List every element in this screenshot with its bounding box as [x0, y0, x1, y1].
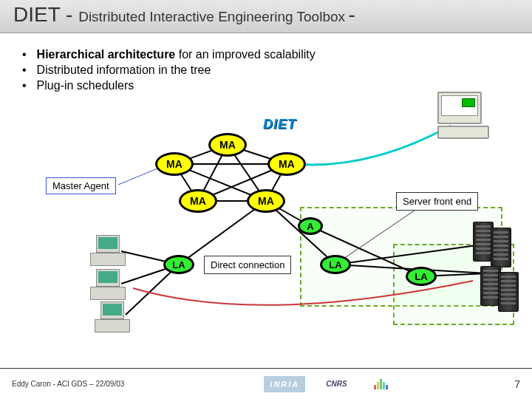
- cnrs-logo-icon: CNRS: [320, 376, 352, 392]
- page-number: 7: [498, 378, 520, 390]
- bullet-2: Distributed information in the tree: [19, 64, 513, 77]
- bullet-list: Hierarchical architecture for an improve…: [19, 48, 513, 92]
- title-main: DIET -: [13, 3, 78, 26]
- bullet-1: Hierarchical architecture for an improve…: [19, 48, 513, 61]
- server-front-end-label: Server front end: [396, 192, 478, 211]
- bullet-1-rest: for an improved scalability: [175, 48, 315, 61]
- direct-connection-label: Direct connection: [204, 256, 291, 274]
- bullet-1-bold: Hierarchical architecture: [37, 48, 176, 61]
- bullet-3-rest: Plug-in schedulers: [37, 79, 134, 92]
- diet-logo-icon: DIET: [263, 117, 296, 132]
- footer: Eddy Caron - ACI GDS – 22/09/03 INRIA CN…: [0, 368, 532, 399]
- partner-logo-icon: [368, 376, 394, 392]
- title-trail: -: [348, 3, 355, 26]
- bullet-2-rest: Distributed information in the tree: [37, 64, 211, 76]
- title-subtitle: Distributed Interactive Engineering Tool…: [78, 9, 345, 24]
- ma-node-bottom-right: MA: [247, 189, 285, 213]
- svg-line-20: [118, 167, 161, 185]
- footer-logos: INRIA CNRS: [160, 376, 498, 392]
- la-node-1: LA: [163, 255, 194, 274]
- server-icon-2: [491, 228, 511, 267]
- diagram: DIET MA MA MA MA MA A LA LA LA Master Ag…: [0, 96, 532, 369]
- workstation-icon-2: [90, 269, 126, 300]
- a-node: A: [298, 217, 323, 235]
- la-node-2: LA: [320, 255, 351, 274]
- ma-node-right: MA: [267, 152, 306, 176]
- ma-node-left: MA: [155, 152, 194, 176]
- inria-logo-icon: INRIA: [264, 376, 305, 392]
- server-icon-4: [498, 272, 519, 312]
- footer-credit: Eddy Caron - ACI GDS – 22/09/03: [12, 380, 160, 388]
- workstation-icon-3: [95, 301, 130, 332]
- ma-node-top: MA: [208, 133, 247, 157]
- client-computer-icon: [437, 92, 489, 139]
- la-node-3: LA: [406, 267, 437, 286]
- ma-node-bottom-left: MA: [179, 189, 217, 213]
- title-bar: DIET - Distributed Interactive Engineeri…: [0, 0, 532, 33]
- bullet-3: Plug-in schedulers: [19, 79, 513, 92]
- master-agent-label: Master Agent: [46, 177, 116, 194]
- workstation-icon-1: [90, 235, 126, 266]
